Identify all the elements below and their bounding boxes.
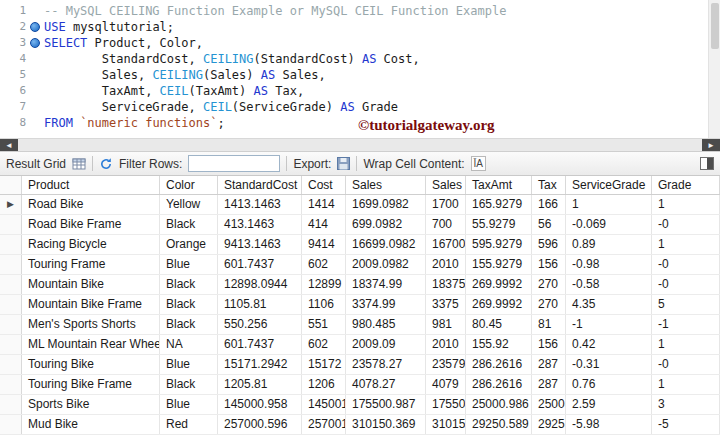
cell[interactable]: 257000.596: [218, 415, 302, 434]
sql-editor[interactable]: 1-- MySQL CEILING Function Example or My…: [0, 0, 720, 138]
cell[interactable]: 601.7437: [218, 255, 302, 274]
cell[interactable]: 596: [532, 235, 566, 254]
filter-rows-input[interactable]: [188, 155, 280, 172]
cell[interactable]: Blue: [160, 395, 218, 414]
column-header[interactable]: Product: [22, 176, 160, 194]
cell[interactable]: Black: [160, 215, 218, 234]
cell[interactable]: 270: [532, 295, 566, 314]
cell[interactable]: 3374.99: [346, 295, 426, 314]
cell[interactable]: 270: [532, 275, 566, 294]
cell[interactable]: 1: [652, 335, 720, 354]
export-save-icon[interactable]: [337, 157, 350, 170]
table-row[interactable]: Touring BikeBlue15171.29421517223578.272…: [0, 355, 720, 375]
row-selector[interactable]: [0, 355, 22, 374]
cell[interactable]: 980.485: [346, 315, 426, 334]
cell[interactable]: 156: [532, 335, 566, 354]
cell[interactable]: 595.9279: [466, 235, 532, 254]
cell[interactable]: 269.9992: [466, 275, 532, 294]
cell[interactable]: -5: [652, 415, 720, 434]
cell[interactable]: 16699.0982: [346, 235, 426, 254]
code-line[interactable]: 4 StandardCost, CEILING(StandardCost) AS…: [0, 51, 720, 67]
cell[interactable]: Mountain Bike: [22, 275, 160, 294]
cell[interactable]: 601.7437: [218, 335, 302, 354]
code-line[interactable]: 1-- MySQL CEILING Function Example or My…: [0, 3, 720, 19]
cell[interactable]: 81: [532, 315, 566, 334]
cell[interactable]: Yellow: [160, 195, 218, 214]
cell[interactable]: 5: [652, 295, 720, 314]
result-grid-tab[interactable]: Result Grid: [6, 157, 66, 171]
column-header[interactable]: Sales: [426, 176, 466, 194]
cell[interactable]: -0.069: [566, 215, 652, 234]
cell[interactable]: 12899: [302, 275, 346, 294]
cell[interactable]: 145001: [302, 395, 346, 414]
cell[interactable]: 18375: [426, 275, 466, 294]
code-line[interactable]: 2USE mysqltutorial;: [0, 19, 720, 35]
code-line[interactable]: 5 Sales, CEILING(Sales) AS Sales,: [0, 67, 720, 83]
row-selector[interactable]: [0, 215, 22, 234]
column-header[interactable]: StandardCost: [218, 176, 302, 194]
row-selector[interactable]: [0, 295, 22, 314]
cell[interactable]: 550.256: [218, 315, 302, 334]
cell[interactable]: 1205.81: [218, 375, 302, 394]
row-selector[interactable]: [0, 255, 22, 274]
cell[interactable]: 1699.0982: [346, 195, 426, 214]
table-row[interactable]: Mountain Bike FrameBlack1105.8111063374.…: [0, 295, 720, 315]
row-selector[interactable]: [0, 395, 22, 414]
column-header[interactable]: Sales: [346, 176, 426, 194]
cell[interactable]: 2010: [426, 335, 466, 354]
table-row[interactable]: Mountain BikeBlack12898.09441289918374.9…: [0, 275, 720, 295]
cell[interactable]: 1: [652, 195, 720, 214]
column-header[interactable]: TaxAmt: [466, 176, 532, 194]
cell[interactable]: 2010: [426, 255, 466, 274]
cell[interactable]: 0.89: [566, 235, 652, 254]
wrap-cell-content-icon[interactable]: ĪA: [471, 156, 486, 171]
cell[interactable]: 29251: [532, 415, 566, 434]
cell[interactable]: 1700: [426, 195, 466, 214]
cell[interactable]: 700: [426, 215, 466, 234]
cell[interactable]: 602: [302, 335, 346, 354]
cell[interactable]: 4079: [426, 375, 466, 394]
cell[interactable]: 1106: [302, 295, 346, 314]
cell[interactable]: 145000.958: [218, 395, 302, 414]
cell[interactable]: 25000.986: [466, 395, 532, 414]
refresh-icon[interactable]: [99, 157, 113, 171]
table-row[interactable]: Road Bike FrameBlack413.1463414699.09827…: [0, 215, 720, 235]
cell[interactable]: 12898.0944: [218, 275, 302, 294]
cell[interactable]: 25001: [532, 395, 566, 414]
column-header[interactable]: Cost: [302, 176, 346, 194]
cell[interactable]: 23579: [426, 355, 466, 374]
cell[interactable]: 1206: [302, 375, 346, 394]
side-panel-toggle-icon[interactable]: [700, 157, 714, 170]
cell[interactable]: 2009.09: [346, 335, 426, 354]
cell[interactable]: 29250.589: [466, 415, 532, 434]
table-row[interactable]: Touring Bike FrameBlack1205.8112064078.2…: [0, 375, 720, 395]
row-selector[interactable]: [0, 415, 22, 434]
table-row[interactable]: ML Mountain Rear WheelNA601.74376022009.…: [0, 335, 720, 355]
scroll-right-arrow-icon[interactable]: ►: [702, 139, 720, 151]
row-selector[interactable]: [0, 375, 22, 394]
cell[interactable]: Mountain Bike Frame: [22, 295, 160, 314]
column-header[interactable]: Color: [160, 176, 218, 194]
cell[interactable]: -1: [652, 315, 720, 334]
cell[interactable]: Black: [160, 275, 218, 294]
cell[interactable]: 16700: [426, 235, 466, 254]
cell[interactable]: 413.1463: [218, 215, 302, 234]
table-row[interactable]: Sports BikeBlue145000.958145001175500.98…: [0, 395, 720, 415]
cell[interactable]: -0.58: [566, 275, 652, 294]
grid-view-icon[interactable]: [72, 157, 86, 171]
code-line[interactable]: 3SELECT Product, Color,: [0, 35, 720, 51]
cell[interactable]: -0: [652, 255, 720, 274]
cell[interactable]: 155.9279: [466, 255, 532, 274]
cell[interactable]: Touring Bike: [22, 355, 160, 374]
cell[interactable]: Racing Bicycle: [22, 235, 160, 254]
cell[interactable]: Mud Bike: [22, 415, 160, 434]
cell[interactable]: Men's Sports Shorts: [22, 315, 160, 334]
cell[interactable]: 166: [532, 195, 566, 214]
row-selector[interactable]: ▶: [0, 195, 22, 214]
cell[interactable]: -5.98: [566, 415, 652, 434]
cell[interactable]: 551: [302, 315, 346, 334]
code-line[interactable]: 7 ServiceGrade, CEIL(ServiceGrade) AS Gr…: [0, 99, 720, 115]
cell[interactable]: 56: [532, 215, 566, 234]
column-header[interactable]: Grade: [652, 176, 720, 194]
cell[interactable]: 15172: [302, 355, 346, 374]
